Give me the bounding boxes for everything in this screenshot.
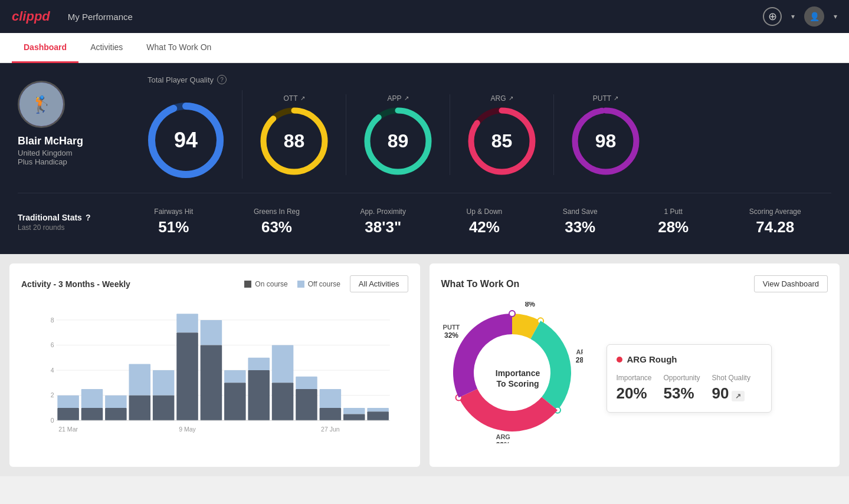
svg-rect-44 <box>343 408 365 414</box>
all-activities-button[interactable]: All Activities <box>350 275 408 292</box>
svg-rect-28 <box>153 370 175 396</box>
add-button[interactable]: ⊕ <box>763 7 782 26</box>
svg-text:32%: 32% <box>496 441 510 443</box>
score-putt: PUTT ↗ 98 <box>554 94 657 175</box>
stat-value: 42% <box>467 218 503 236</box>
card-metric: Shot Quality 90↗ <box>712 374 750 403</box>
stat-name: Sand Save <box>563 207 598 216</box>
card-metric-value: 53% <box>664 384 700 403</box>
player-info: 🏌️ Blair McHarg United Kingdom Plus Hand… <box>18 75 136 166</box>
svg-rect-31 <box>176 332 198 420</box>
svg-rect-40 <box>296 377 317 389</box>
score-total: 94 <box>147 90 242 179</box>
quality-section: Total Player Quality ? 94 OTT ↗ <box>136 75 831 179</box>
tab-activities[interactable]: Activities <box>78 33 135 63</box>
svg-text:0: 0 <box>51 417 54 424</box>
card-title: ARG Rough <box>617 354 762 364</box>
svg-rect-24 <box>105 396 127 408</box>
avatar-chevron-icon: ▾ <box>834 12 837 21</box>
svg-text:32%: 32% <box>444 331 458 340</box>
circle-putt: 98 <box>572 107 640 175</box>
info-icon[interactable]: ? <box>217 75 227 84</box>
svg-rect-46 <box>367 408 389 411</box>
chevron-icon: ▾ <box>791 12 795 21</box>
stat-value: 51% <box>154 218 193 236</box>
svg-rect-25 <box>105 408 127 420</box>
svg-rect-47 <box>367 411 389 420</box>
stat-value: 33% <box>563 218 598 236</box>
view-dashboard-button[interactable]: View Dashboard <box>754 275 828 292</box>
stat-name: 1 Putt <box>658 207 689 216</box>
svg-text:28%: 28% <box>575 356 582 364</box>
svg-rect-22 <box>81 389 103 408</box>
stats-info-icon[interactable]: ? <box>86 213 91 222</box>
stat-name: Scoring Average <box>749 207 801 216</box>
stat-item: Scoring Average 74.28 <box>749 207 801 236</box>
svg-rect-29 <box>153 396 175 421</box>
card-dot <box>617 357 622 363</box>
card-metric-value: 90↗ <box>712 384 750 403</box>
header: clippd My Performance ⊕ ▾ 👤 ▾ <box>0 0 849 33</box>
stat-items: Fairways Hit 51% Greens In Reg 63% App. … <box>124 207 831 236</box>
svg-rect-35 <box>224 383 246 420</box>
svg-text:APP: APP <box>576 348 582 355</box>
svg-rect-30 <box>176 314 198 332</box>
svg-text:8%: 8% <box>525 302 535 308</box>
stat-item: App. Proximity 38'3" <box>360 207 406 236</box>
svg-rect-27 <box>129 396 150 421</box>
svg-rect-41 <box>296 389 317 420</box>
svg-text:9 May: 9 May <box>179 426 196 433</box>
donut-area: OTT8%APP28%ARG32%PUTT32%ImportanceTo Sco… <box>441 302 595 455</box>
activity-chart-panel: Activity - 3 Months - Weekly On course O… <box>9 263 420 467</box>
chart-header: Activity - 3 Months - Weekly On course O… <box>21 275 408 292</box>
stat-value: 74.28 <box>749 218 801 236</box>
score-label-putt: PUTT ↗ <box>593 94 618 103</box>
chart-title: Activity - 3 Months - Weekly <box>21 279 130 289</box>
wwo-header: What To Work On View Dashboard <box>441 275 828 292</box>
svg-rect-38 <box>272 345 294 383</box>
logo[interactable]: clippd <box>12 9 50 24</box>
circle-arg: 85 <box>468 107 536 175</box>
tab-what-to-work-on[interactable]: What To Work On <box>135 33 223 63</box>
card-metric-badge: ↗ <box>732 391 745 401</box>
card-metric: Importance 20% <box>617 374 652 403</box>
stat-item: 1 Putt 28% <box>658 207 689 236</box>
circle-total: 94 <box>147 102 224 179</box>
stats-subtitle: Last 20 rounds <box>18 223 124 232</box>
svg-rect-32 <box>201 320 222 345</box>
stat-item: Fairways Hit 51% <box>154 207 193 236</box>
svg-rect-23 <box>81 408 103 420</box>
svg-rect-37 <box>248 370 270 420</box>
score-label-app: APP ↗ <box>387 94 408 103</box>
card-metrics: Importance 20% Opportunity 53% Shot Qual… <box>617 374 762 403</box>
player-name: Blair McHarg <box>18 135 83 147</box>
stats-row: Traditional Stats ? Last 20 rounds Fairw… <box>18 193 831 236</box>
card-metric-label: Opportunity <box>664 374 700 382</box>
on-course-color <box>244 281 251 288</box>
stat-name: App. Proximity <box>360 207 406 216</box>
stat-item: Greens In Reg 63% <box>254 207 300 236</box>
svg-point-63 <box>509 311 515 317</box>
svg-rect-39 <box>272 383 294 420</box>
svg-rect-36 <box>248 358 270 370</box>
stat-item: Up & Down 42% <box>467 207 503 236</box>
hero-section: 🏌️ Blair McHarg United Kingdom Plus Hand… <box>0 63 849 254</box>
svg-rect-21 <box>57 408 79 420</box>
tab-dashboard[interactable]: Dashboard <box>12 33 78 63</box>
svg-rect-34 <box>224 370 246 383</box>
svg-text:ARG: ARG <box>496 433 510 440</box>
stat-name: Greens In Reg <box>254 207 300 216</box>
stat-name: Up & Down <box>467 207 503 216</box>
header-right: ⊕ ▾ 👤 ▾ <box>763 6 837 27</box>
wwo-panel: What To Work On View Dashboard OTT8%APP2… <box>430 263 840 467</box>
legend-off-course: Off course <box>297 280 340 288</box>
svg-rect-20 <box>57 396 79 408</box>
chart-svg: 0246821 Mar9 May27 Jun <box>21 302 408 437</box>
score-arg: ARG ↗ 85 <box>450 94 554 175</box>
quality-header: Total Player Quality ? <box>147 75 831 84</box>
stat-value: 63% <box>254 218 300 236</box>
player-handicap: Plus Handicap <box>18 157 67 166</box>
bottom-panels: Activity - 3 Months - Weekly On course O… <box>0 254 849 476</box>
svg-rect-42 <box>320 389 342 408</box>
avatar[interactable]: 👤 <box>804 6 824 27</box>
